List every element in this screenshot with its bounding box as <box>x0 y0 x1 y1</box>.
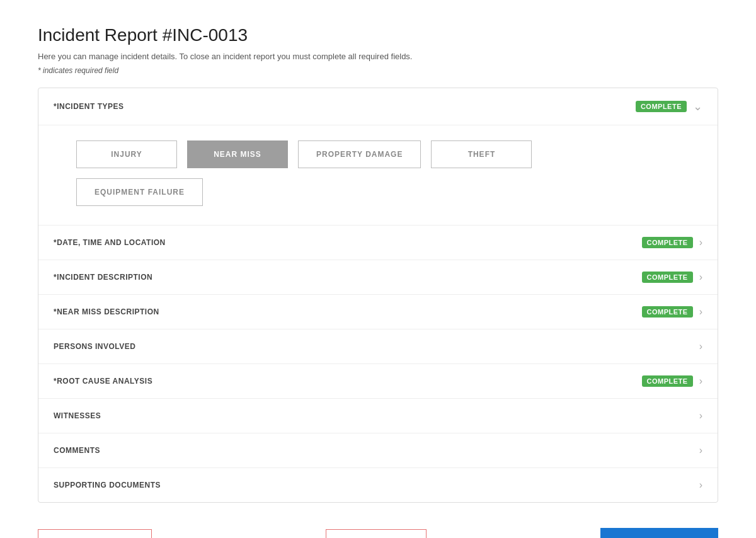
comments-section[interactable]: COMMENTS › <box>38 433 718 468</box>
page-subtitle: Here you can manage incident details. To… <box>38 52 718 61</box>
root-cause-right: COMPLETE › <box>642 375 702 387</box>
type-buttons-row2: EQUIPMENT FAILURE <box>76 178 680 206</box>
chevron-right-icon6: › <box>699 410 702 421</box>
root-cause-label: *ROOT CAUSE ANALYSIS <box>54 377 152 386</box>
near-miss-description-label: *NEAR MISS DESCRIPTION <box>54 307 159 316</box>
date-time-location-label: *DATE, TIME AND LOCATION <box>54 238 166 247</box>
chevron-right-icon: › <box>699 237 702 248</box>
chevron-right-icon3: › <box>699 306 702 318</box>
witnesses-section[interactable]: WITNESSES › <box>38 399 718 433</box>
date-time-right: COMPLETE › <box>642 237 702 248</box>
witnesses-label: WITNESSES <box>54 411 101 420</box>
supporting-docs-section[interactable]: SUPPORTING DOCUMENTS › <box>38 468 718 502</box>
type-buttons-row1: INJURY NEAR MISS PROPERTY DAMAGE THEFT <box>76 140 680 168</box>
incident-types-section: *INCIDENT TYPES COMPLETE ⌄ INJURY NEAR M… <box>38 88 718 226</box>
supporting-docs-label: SUPPORTING DOCUMENTS <box>54 481 161 489</box>
chevron-right-icon2: › <box>699 272 702 283</box>
incident-types-right: COMPLETE ⌄ <box>636 100 702 113</box>
incident-desc-badge: COMPLETE <box>642 272 693 283</box>
update-report-button[interactable]: UPDATE REPORT <box>600 528 718 538</box>
type-btn-injury[interactable]: INJURY <box>76 140 177 168</box>
page-title: Incident Report #INC-0013 <box>38 25 718 45</box>
comments-right: › <box>699 445 702 456</box>
incident-description-section[interactable]: *INCIDENT DESCRIPTION COMPLETE › <box>38 260 718 295</box>
footer-bar: BACK TO REPORTS EXPORT TO PDF UPDATE REP… <box>38 515 718 538</box>
chevron-right-icon4: › <box>699 341 702 352</box>
persons-involved-section[interactable]: PERSONS INVOLVED › <box>38 329 718 364</box>
back-to-reports-button[interactable]: BACK TO REPORTS <box>38 529 152 539</box>
main-card: *INCIDENT TYPES COMPLETE ⌄ INJURY NEAR M… <box>38 88 718 503</box>
supporting-docs-right: › <box>699 479 702 491</box>
type-btn-theft[interactable]: THEFT <box>431 140 532 168</box>
incident-types-badge: COMPLETE <box>636 101 687 112</box>
type-btn-equipment-failure[interactable]: EQUIPMENT FAILURE <box>76 178 203 206</box>
chevron-right-icon8: › <box>699 479 702 491</box>
page-container: Incident Report #INC-0013 Here you can m… <box>0 0 756 538</box>
persons-involved-label: PERSONS INVOLVED <box>54 342 135 351</box>
chevron-down-icon: ⌄ <box>693 100 702 113</box>
incident-description-label: *INCIDENT DESCRIPTION <box>54 273 152 282</box>
incident-types-label: *INCIDENT TYPES <box>54 102 124 111</box>
root-cause-section[interactable]: *ROOT CAUSE ANALYSIS COMPLETE › <box>38 364 718 399</box>
chevron-right-icon5: › <box>699 375 702 387</box>
incident-types-header[interactable]: *INCIDENT TYPES COMPLETE ⌄ <box>38 88 718 125</box>
date-time-badge: COMPLETE <box>642 237 693 248</box>
near-miss-badge: COMPLETE <box>642 306 693 318</box>
witnesses-right: › <box>699 410 702 421</box>
near-miss-description-section[interactable]: *NEAR MISS DESCRIPTION COMPLETE › <box>38 295 718 329</box>
root-cause-badge: COMPLETE <box>642 375 693 387</box>
export-to-pdf-button[interactable]: EXPORT TO PDF <box>326 529 426 539</box>
type-btn-property-damage[interactable]: PROPERTY DAMAGE <box>298 140 421 168</box>
chevron-right-icon7: › <box>699 445 702 456</box>
incident-desc-right: COMPLETE › <box>642 272 702 283</box>
incident-types-body: INJURY NEAR MISS PROPERTY DAMAGE THEFT E… <box>38 125 718 225</box>
near-miss-right: COMPLETE › <box>642 306 702 318</box>
persons-right: › <box>699 341 702 352</box>
required-note: * indicates required field <box>38 66 718 75</box>
comments-label: COMMENTS <box>54 446 100 455</box>
type-btn-near-miss[interactable]: NEAR MISS <box>187 140 288 168</box>
date-time-location-section[interactable]: *DATE, TIME AND LOCATION COMPLETE › <box>38 226 718 260</box>
